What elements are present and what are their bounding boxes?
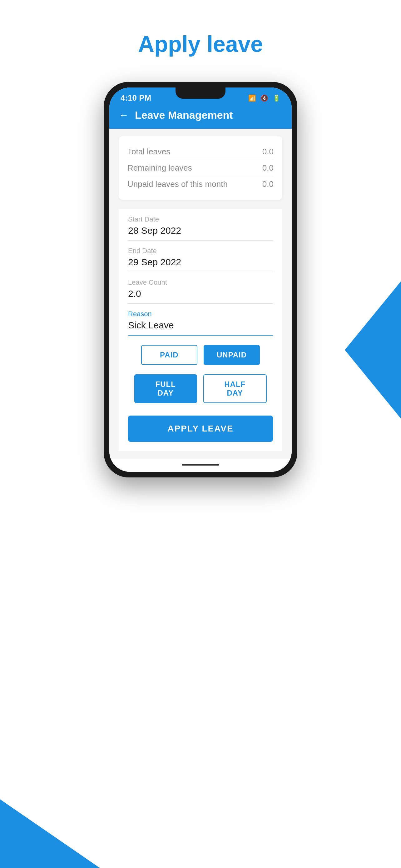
- leave-summary-card: Total leaves 0.0 Remaining leaves 0.0 Un…: [119, 136, 282, 200]
- phone-notch: [175, 88, 226, 99]
- header-title: Leave Management: [135, 109, 233, 121]
- phone-frame: 4:10 PM ← Leave Management Total leaves …: [104, 82, 297, 477]
- bg-decoration-right: [345, 281, 401, 419]
- half-day-button[interactable]: HALF DAY: [203, 374, 267, 403]
- status-icons: [248, 94, 280, 102]
- reason-label: Reason: [128, 310, 273, 318]
- mute-icon: [261, 94, 268, 102]
- app-header: ← Leave Management: [109, 106, 292, 129]
- remaining-leaves-row: Remaining leaves 0.0: [127, 160, 274, 176]
- wifi-icon: [248, 94, 256, 102]
- start-date-field[interactable]: Start Date 28 Sep 2022: [128, 209, 273, 241]
- home-indicator: [109, 459, 292, 472]
- paid-button[interactable]: PAID: [141, 345, 197, 365]
- remaining-leaves-value: 0.0: [262, 163, 274, 173]
- day-type-button-group: FULL DAY HALF DAY: [128, 374, 273, 403]
- end-date-field[interactable]: End Date 29 Sep 2022: [128, 241, 273, 272]
- total-leaves-label: Total leaves: [127, 147, 170, 157]
- reason-value: Sick Leave: [128, 320, 273, 333]
- leave-count-value: 2.0: [128, 288, 273, 301]
- unpaid-button[interactable]: UNPAID: [204, 345, 260, 365]
- total-leaves-row: Total leaves 0.0: [127, 144, 274, 160]
- remaining-leaves-label: Remaining leaves: [127, 163, 192, 173]
- battery-icon: [273, 94, 280, 102]
- end-date-label: End Date: [128, 247, 273, 255]
- page-title: Apply leave: [138, 31, 263, 57]
- start-date-value: 28 Sep 2022: [128, 225, 273, 238]
- status-time: 4:10 PM: [121, 93, 151, 103]
- back-button[interactable]: ←: [119, 110, 129, 121]
- pay-type-button-group: PAID UNPAID: [128, 345, 273, 365]
- form-section: Start Date 28 Sep 2022 End Date 29 Sep 2…: [119, 209, 282, 451]
- leave-count-label: Leave Count: [128, 278, 273, 286]
- reason-field[interactable]: Reason Sick Leave: [128, 304, 273, 336]
- home-bar: [182, 464, 219, 466]
- phone-screen: 4:10 PM ← Leave Management Total leaves …: [109, 88, 292, 472]
- full-day-button[interactable]: FULL DAY: [134, 374, 197, 403]
- end-date-value: 29 Sep 2022: [128, 257, 273, 269]
- leave-count-field[interactable]: Leave Count 2.0: [128, 272, 273, 304]
- total-leaves-value: 0.0: [262, 147, 274, 157]
- unpaid-leaves-value: 0.0: [262, 179, 274, 189]
- content-area: Total leaves 0.0 Remaining leaves 0.0 Un…: [109, 129, 292, 459]
- unpaid-leaves-label: Unpaid leaves of this month: [127, 179, 228, 189]
- unpaid-leaves-row: Unpaid leaves of this month 0.0: [127, 176, 274, 192]
- bg-decoration-bottom: [0, 799, 100, 868]
- start-date-label: Start Date: [128, 215, 273, 223]
- apply-leave-button[interactable]: APPLY LEAVE: [128, 415, 273, 442]
